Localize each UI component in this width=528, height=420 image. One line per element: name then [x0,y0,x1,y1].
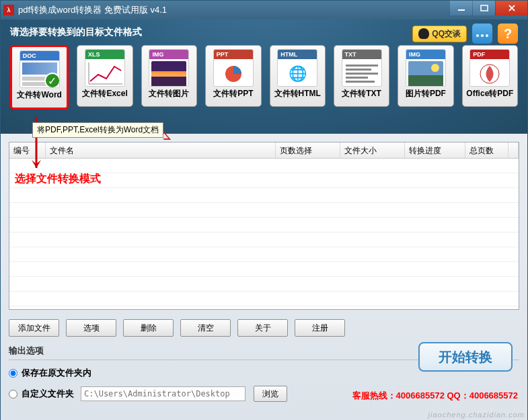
column-progress[interactable]: 转换进度 [405,142,465,158]
radio-save-original-input[interactable] [9,369,17,378]
table-row[interactable] [9,262,519,277]
format-tile-文件转TXT[interactable]: TXT文件转TXT [334,45,389,107]
table-row[interactable] [9,159,519,173]
tile-label: 文件转PPT [213,88,253,99]
custom-path-input[interactable] [81,386,246,401]
svg-rect-0 [458,9,465,11]
qq-chat-button[interactable]: QQ交谈 [412,26,467,42]
feedback-button[interactable] [472,24,492,44]
tile-label: 文件转图片 [149,88,189,99]
tile-label: 文件转TXT [342,88,381,99]
tile-label: 文件转Excel [82,88,127,99]
file-table: 编号文件名页数选择文件大小转换进度总页数 [9,142,519,310]
window-title: pdf转换成word转换器 免费试用版 v4.1 [18,4,167,16]
window-controls [449,1,527,15]
format-tile-文件转HTML[interactable]: HTML🌐文件转HTML [270,45,326,107]
column-pages[interactable]: 页数选择 [276,142,340,158]
header-actions: QQ交谈 ? [412,24,518,44]
tile-label: Office转PDF [466,88,513,99]
table-header: 编号文件名页数选择文件大小转换进度总页数 [9,142,519,159]
titlebar[interactable]: λ pdf转换成word转换器 免费试用版 v4.1 [1,1,527,19]
column-name[interactable]: 文件名 [46,142,276,158]
column-total[interactable]: 总页数 [465,142,508,158]
format-tile-文件转Word[interactable]: DOC✓文件转Word [10,45,69,110]
minimize-button[interactable] [449,1,472,15]
table-row[interactable] [9,247,519,262]
format-tile-图片转PDF[interactable]: IMG图片转PDF [398,45,453,107]
app-icon: λ [3,5,14,15]
format-tooltip: 将PDF,PPT,Excel转换为Word文档 [32,122,163,138]
register-button[interactable]: 注册 [295,319,345,337]
table-row[interactable] [9,277,519,292]
check-icon: ✓ [44,73,60,88]
clear-button[interactable]: 清空 [180,319,231,337]
tile-label: 图片转PDF [406,88,446,99]
watermark: jiaocheng.chazidian.com [428,411,525,419]
format-tile-文件转图片[interactable]: IMG文件转图片 [141,45,197,107]
maximize-button[interactable] [472,1,495,15]
table-row[interactable] [9,188,519,203]
browse-button[interactable]: 浏览 [254,386,287,402]
table-row[interactable] [9,218,519,233]
annotation-text: 选择文件转换模式 [15,172,101,186]
svg-rect-1 [481,5,488,11]
action-button-row: 添加文件 选项 删除 清空 关于 注册 [9,319,519,337]
app-window: λ pdf转换成word转换器 免费试用版 v4.1 请选择要转换到的目标文件格… [0,0,528,420]
table-row[interactable] [9,292,519,306]
radio-custom-folder-input[interactable] [9,390,17,398]
tile-label: 文件转Word [17,89,61,101]
qq-icon [418,28,429,39]
support-hotline: 客服热线：4006685572 QQ：4006685572 [352,390,518,402]
radio-save-original-label: 保存在原文件夹内 [22,367,91,379]
table-row[interactable] [9,203,519,218]
format-tile-Office转PDF[interactable]: PDFOffice转PDF [462,45,518,107]
help-button[interactable]: ? [498,24,518,44]
output-section: 输出选项 开始转换 保存在原文件夹内 自定义文件夹 浏览 客服热线：400668… [9,345,519,402]
format-tile-文件转PPT[interactable]: PPT文件转PPT [205,45,261,107]
format-tile-文件转Excel[interactable]: XLS文件转Excel [77,45,133,107]
delete-button[interactable]: 删除 [123,319,174,337]
format-header: 请选择要转换到的目标文件格式 QQ交谈 ? DOC✓文件转WordXLS文件转E… [1,19,527,134]
format-tiles: DOC✓文件转WordXLS文件转ExcelIMG文件转图片PPT文件转PPTH… [10,45,518,110]
qq-label: QQ交谈 [432,28,461,40]
column-size[interactable]: 文件大小 [340,142,405,158]
about-button[interactable]: 关于 [237,319,288,337]
table-row[interactable] [9,233,519,247]
add-file-button[interactable]: 添加文件 [9,319,59,337]
options-button[interactable]: 选项 [66,319,116,337]
tile-label: 文件转HTML [274,88,321,99]
close-button[interactable] [495,1,527,15]
radio-custom-folder-label: 自定义文件夹 [22,388,74,400]
start-convert-button[interactable]: 开始转换 [418,342,513,372]
radio-custom-folder[interactable]: 自定义文件夹 浏览 客服热线：4006685572 QQ：4006685572 [9,386,519,402]
